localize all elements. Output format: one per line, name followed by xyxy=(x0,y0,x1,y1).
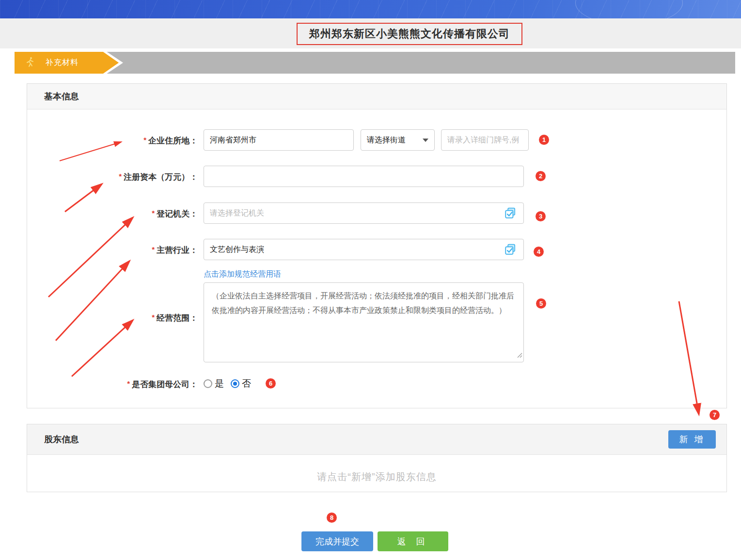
add-standard-terms-link[interactable]: 点击添加规范经营用语 xyxy=(204,269,281,280)
back-button[interactable]: 返 回 xyxy=(378,531,448,551)
industry-input[interactable] xyxy=(204,239,524,260)
shareholders-panel: 股东信息 新 增 请点击“新增”添加股东信息 xyxy=(27,424,727,492)
basic-info-header: 基本信息 xyxy=(27,84,726,109)
company-title: 郑州郑东新区小美熊熊文化传播有限公司 xyxy=(309,27,510,41)
tab-body: 补充材料 xyxy=(15,52,119,74)
submit-button[interactable]: 完成并提交 xyxy=(301,531,373,551)
shareholders-header: 股东信息 新 增 xyxy=(27,424,726,455)
registry-label: *登记机关： xyxy=(27,202,198,225)
capital-label: *注册资本（万元）： xyxy=(27,166,198,188)
annotation-badge-8: 8 xyxy=(327,513,337,523)
required-asterisk: * xyxy=(143,136,146,144)
radio-yes-dot[interactable] xyxy=(204,379,212,388)
street-select-value: 请选择街道 xyxy=(367,135,406,145)
group-parent-radio-group: 是 否 xyxy=(204,378,251,389)
basic-info-title: 基本信息 xyxy=(44,91,79,102)
address-label: *企业住所地： xyxy=(27,129,198,152)
required-asterisk: * xyxy=(127,379,130,388)
address-detail-input[interactable] xyxy=(441,129,529,151)
annotation-badge-5: 5 xyxy=(536,298,546,309)
annotation-badge-7: 7 xyxy=(709,410,720,420)
radio-yes-label: 是 xyxy=(215,377,224,390)
resize-handle-icon[interactable] xyxy=(517,351,522,360)
address-input[interactable] xyxy=(204,129,354,151)
required-asterisk: * xyxy=(152,313,155,321)
shareholders-empty-hint: 请点击“新增”添加股东信息 xyxy=(27,470,726,483)
annotation-badge-2: 2 xyxy=(536,171,546,181)
shareholders-title: 股东信息 xyxy=(44,434,79,445)
add-shareholder-button[interactable]: 新 增 xyxy=(668,430,716,449)
industry-picker-icon[interactable] xyxy=(504,243,517,258)
company-title-box: 郑州郑东新区小美熊熊文化传播有限公司 xyxy=(297,23,522,45)
radio-yes[interactable]: 是 xyxy=(204,377,224,390)
tab-supplementary-materials[interactable]: 补充材料 xyxy=(15,52,123,74)
annotation-badge-6: 6 xyxy=(266,378,276,389)
industry-label: *主营行业： xyxy=(27,239,198,261)
annotation-badge-1: 1 xyxy=(539,135,549,145)
group-parent-label: *是否集团母公司： xyxy=(27,373,198,395)
tab-label: 补充材料 xyxy=(46,58,79,68)
required-asterisk: * xyxy=(152,245,155,253)
header-banner xyxy=(0,0,741,18)
registry-picker-icon[interactable] xyxy=(504,207,517,221)
required-asterisk: * xyxy=(152,209,155,217)
radio-no-label: 否 xyxy=(242,377,251,390)
capital-input[interactable] xyxy=(204,166,524,187)
scope-textarea-wrap: （企业依法自主选择经营项目，开展经营活动；依法须经批准的项目，经相关部门批准后依… xyxy=(204,282,524,362)
chevron-down-icon xyxy=(423,139,428,142)
scope-textarea[interactable]: （企业依法自主选择经营项目，开展经营活动；依法须经批准的项目，经相关部门批准后依… xyxy=(204,282,524,362)
required-asterisk: * xyxy=(119,172,122,180)
street-select[interactable]: 请选择街道 xyxy=(361,129,435,151)
registry-input[interactable] xyxy=(204,202,524,224)
radio-no-dot[interactable] xyxy=(231,379,239,388)
scope-label: *经营范围： xyxy=(27,307,198,329)
annotation-badge-3: 3 xyxy=(536,211,546,221)
annotation-badge-4: 4 xyxy=(534,247,544,257)
runner-icon xyxy=(25,57,35,69)
radio-no[interactable]: 否 xyxy=(231,377,251,390)
